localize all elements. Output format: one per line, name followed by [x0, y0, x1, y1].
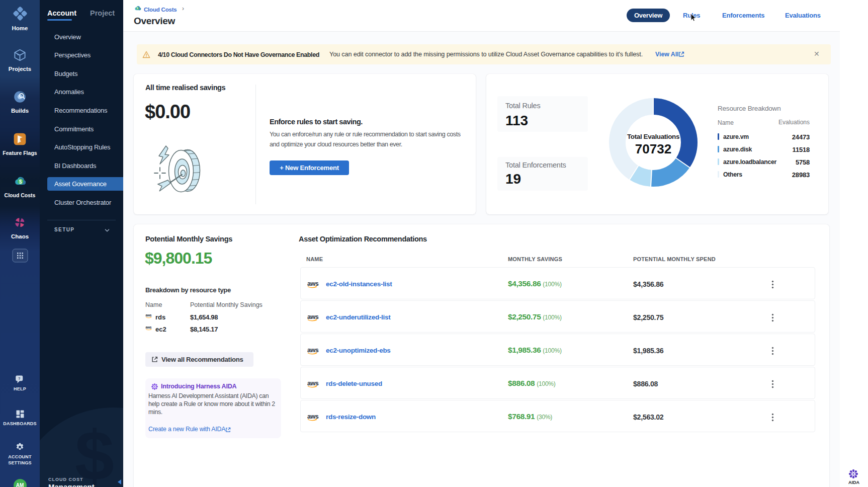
svg-text:aws: aws — [307, 313, 319, 320]
svg-text:aws: aws — [307, 413, 319, 420]
svg-text:aws: aws — [307, 347, 319, 354]
svg-text:?: ? — [18, 376, 21, 381]
svg-text:$: $ — [137, 7, 138, 10]
svg-text:aws: aws — [307, 280, 319, 287]
svg-text:aws: aws — [146, 313, 152, 317]
svg-text:aws: aws — [307, 380, 319, 387]
svg-text:aws: aws — [146, 326, 152, 329]
svg-text:$: $ — [19, 179, 22, 185]
